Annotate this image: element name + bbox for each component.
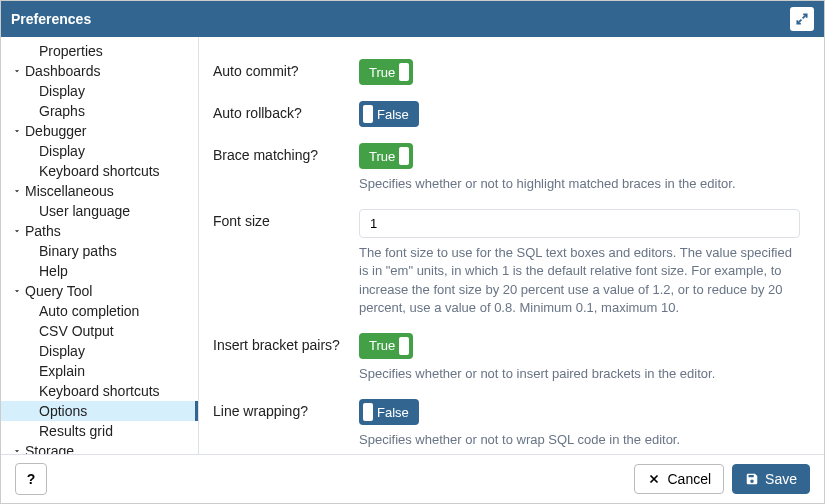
- setting-label: Font size: [213, 209, 359, 229]
- sidebar-item-user-language[interactable]: User language: [1, 201, 198, 221]
- expand-icon[interactable]: [790, 7, 814, 31]
- sidebar-item-auto-completion[interactable]: Auto completion: [1, 301, 198, 321]
- setting-row: Auto rollback?False: [213, 93, 800, 135]
- save-icon: [745, 472, 759, 486]
- setting-help: Specifies whether or not to wrap SQL cod…: [359, 431, 800, 449]
- chevron-down-icon: [11, 183, 23, 199]
- setting-row: Insert bracket pairs?TrueSpecifies wheth…: [213, 325, 800, 391]
- footer: ? Cancel Save: [1, 454, 824, 503]
- sidebar-item-help[interactable]: Help: [1, 261, 198, 281]
- sidebar-group-dashboards[interactable]: Dashboards: [1, 61, 198, 81]
- sidebar-item-options[interactable]: Options: [1, 401, 198, 421]
- sidebar-item-display[interactable]: Display: [1, 141, 198, 161]
- sidebar-item-results-grid[interactable]: Results grid: [1, 421, 198, 441]
- setting-label: Insert bracket pairs?: [213, 333, 359, 353]
- setting-label: Line wrapping?: [213, 399, 359, 419]
- toggle-false[interactable]: False: [359, 101, 419, 127]
- setting-label: Brace matching?: [213, 143, 359, 163]
- sidebar-item[interactable]: Properties: [1, 41, 198, 61]
- close-icon: [647, 472, 661, 486]
- sidebar-item-explain[interactable]: Explain: [1, 361, 198, 381]
- setting-row: Font sizeThe font size to use for the SQ…: [213, 201, 800, 325]
- setting-row: Brace matching?TrueSpecifies whether or …: [213, 135, 800, 201]
- titlebar: Preferences: [1, 1, 824, 37]
- toggle-true[interactable]: True: [359, 59, 413, 85]
- sidebar-group-debugger[interactable]: Debugger: [1, 121, 198, 141]
- sidebar-item-keyboard-shortcuts[interactable]: Keyboard shortcuts: [1, 381, 198, 401]
- chevron-down-icon: [11, 223, 23, 239]
- chevron-down-icon: [11, 63, 23, 79]
- sidebar-group-miscellaneous[interactable]: Miscellaneous: [1, 181, 198, 201]
- setting-row: Line wrapping?FalseSpecifies whether or …: [213, 391, 800, 454]
- sidebar-item-keyboard-shortcuts[interactable]: Keyboard shortcuts: [1, 161, 198, 181]
- toggle-true[interactable]: True: [359, 143, 413, 169]
- toggle-true[interactable]: True: [359, 333, 413, 359]
- help-button[interactable]: ?: [15, 463, 47, 495]
- sidebar-item-display[interactable]: Display: [1, 341, 198, 361]
- window-title: Preferences: [11, 11, 91, 27]
- settings-panel: Auto commit?TrueAuto rollback?FalseBrace…: [199, 37, 824, 454]
- sidebar-item-graphs[interactable]: Graphs: [1, 101, 198, 121]
- chevron-down-icon: [11, 443, 23, 454]
- sidebar-item-csv-output[interactable]: CSV Output: [1, 321, 198, 341]
- sidebar: PropertiesDashboardsDisplayGraphsDebugge…: [1, 37, 199, 454]
- font-size-input[interactable]: [359, 209, 800, 238]
- setting-label: Auto rollback?: [213, 101, 359, 121]
- toggle-false[interactable]: False: [359, 399, 419, 425]
- setting-row: Auto commit?True: [213, 51, 800, 93]
- sidebar-item-binary-paths[interactable]: Binary paths: [1, 241, 198, 261]
- sidebar-group-storage[interactable]: Storage: [1, 441, 198, 454]
- cancel-button[interactable]: Cancel: [634, 464, 724, 494]
- save-button[interactable]: Save: [732, 464, 810, 494]
- sidebar-item-display[interactable]: Display: [1, 81, 198, 101]
- chevron-down-icon: [11, 123, 23, 139]
- setting-label: Auto commit?: [213, 59, 359, 79]
- sidebar-group-paths[interactable]: Paths: [1, 221, 198, 241]
- setting-help: Specifies whether or not to insert paire…: [359, 365, 800, 383]
- sidebar-group-query-tool[interactable]: Query Tool: [1, 281, 198, 301]
- setting-help: The font size to use for the SQL text bo…: [359, 244, 800, 317]
- setting-help: Specifies whether or not to highlight ma…: [359, 175, 800, 193]
- chevron-down-icon: [11, 283, 23, 299]
